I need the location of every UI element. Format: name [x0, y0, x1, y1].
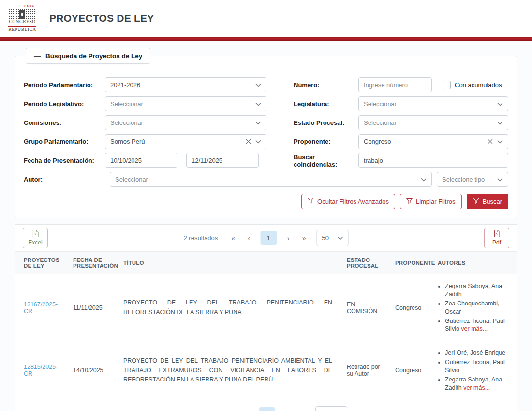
titulo-cell: PROYECTO DE LEY DEL TRABAJO PENITENCIARI… [123, 356, 339, 384]
ocultar-filtros-button[interactable]: Ocultar Filtros Avanzados [301, 194, 395, 209]
table-header-row: PROYECTOS DE LEY FECHA DE PRESENTACIÓN T… [15, 252, 517, 274]
con-acumulados-checkbox[interactable]: Con acumulados [443, 81, 502, 89]
comisiones-label: Comisiones: [24, 119, 105, 126]
buscar-button[interactable]: Buscar [467, 194, 508, 209]
header-fecha: FECHA DE PRESENTACIÓN [69, 252, 119, 274]
autor-tipo-select[interactable]: Seleccione tipo [437, 172, 508, 187]
logo-line2: REPÚBLICA [8, 26, 36, 32]
autor-item: Zegarra Saboya, Ana Zadith [445, 282, 510, 299]
autor-item: Gutiérrez Ticona, Paul Silvio ver más... [445, 317, 510, 334]
autor-item: Zegarra Saboya, Ana Zadith ver más... [445, 376, 510, 392]
next-page-button[interactable]: › [285, 233, 292, 243]
svg-text:x: x [34, 232, 36, 236]
first-page-button[interactable]: « [228, 410, 236, 411]
funnel-clear-icon [406, 198, 413, 205]
results-toolbar: x Excel 2 resultados « ‹ 1 › » 50 p Pdf [15, 225, 517, 252]
titulo-cell: PROYECTO DE LEY DEL TRABAJO PENITENCIARI… [123, 298, 339, 317]
header-autores: AUTORES [434, 252, 517, 274]
ver-mas-link[interactable]: ver más... [461, 325, 488, 332]
estado-procesal-select[interactable]: Seleccionar [358, 115, 508, 130]
autor-select[interactable]: Seleccionar [110, 172, 432, 187]
congress-logo: PERÚ CONGRESO REPÚBLICA [7, 4, 38, 32]
limpiar-filtros-button[interactable]: Limpiar Filtros [400, 194, 462, 209]
proyecto-link[interactable]: 12815/2025-CR [24, 364, 58, 377]
grupo-parlamentario-label: Grupo Parlamentario: [24, 138, 105, 145]
buscar-coincidencias-label: Buscar coincidencias: [294, 153, 358, 168]
clear-icon[interactable] [246, 139, 251, 144]
fecha-cell: 14/10/2025 [69, 341, 119, 400]
chevron-down-icon [497, 102, 503, 106]
funnel-icon [308, 198, 314, 205]
checkbox-icon[interactable] [443, 81, 451, 89]
search-panel-title: Búsqueda de Proyectos de Ley [45, 52, 142, 60]
pagination-bottom: 2 resultados « ‹ 1 › » 50 [15, 400, 517, 411]
periodo-parlamentario-label: Periodo Parlamentario: [24, 81, 105, 89]
last-page-button[interactable]: » [300, 233, 308, 243]
current-page-button[interactable]: 1 [261, 231, 277, 245]
autor-label: Autor: [24, 176, 105, 183]
numero-label: Número: [294, 81, 358, 89]
funnel-icon [473, 198, 479, 205]
periodo-parlamentario-select[interactable]: 2021-2026 [105, 77, 266, 92]
results-panel: x Excel 2 resultados « ‹ 1 › » 50 p Pdf [15, 224, 517, 411]
app-header: PERÚ CONGRESO REPÚBLICA PROYECTOS DE LEY [0, 0, 532, 37]
fecha-presentacion-label: Fecha de Presentación: [24, 157, 105, 164]
numero-input[interactable] [358, 77, 432, 92]
con-acumulados-label: Con acumulados [455, 81, 502, 89]
estado-cell: EN COMISIÓN [343, 274, 391, 341]
autores-list: Jerí Oré, José Enrique Gutiérrez Ticona,… [438, 349, 510, 392]
fecha-hasta-input[interactable] [186, 153, 259, 168]
collapse-icon: — [34, 54, 41, 59]
last-page-button[interactable]: » [299, 410, 307, 411]
chevron-down-icon [255, 121, 261, 125]
logo-line1: CONGRESO [7, 20, 38, 25]
estado-procesal-label: Estado Procesal: [294, 119, 358, 126]
proponente-select[interactable]: Congreso [358, 134, 508, 149]
proponente-cell: Congreso [391, 274, 434, 341]
chevron-down-icon [338, 236, 343, 240]
pagination-top: 2 resultados « ‹ 1 › » 50 [184, 230, 349, 246]
prev-page-button[interactable]: ‹ [244, 410, 251, 411]
first-page-button[interactable]: « [229, 233, 237, 243]
fecha-desde-input[interactable] [105, 153, 177, 168]
periodo-legislativo-select[interactable]: Seleccionar [105, 96, 266, 111]
chevron-down-icon [497, 178, 503, 182]
svg-text:p: p [495, 232, 497, 236]
table-row: 12815/2025-CR 14/10/2025 PROYECTO DE LEY… [15, 341, 517, 400]
header-proyectos: PROYECTOS DE LEY [15, 252, 69, 274]
prev-page-button[interactable]: ‹ [246, 233, 252, 243]
results-count: 2 resultados [184, 234, 218, 242]
grupo-parlamentario-select[interactable]: Somos Perú [105, 134, 266, 149]
search-panel-toggle[interactable]: — Búsqueda de Proyectos de Ley [26, 48, 150, 64]
search-panel: — Búsqueda de Proyectos de Ley Periodo P… [15, 56, 517, 218]
fecha-cell: 11/11/2025 [69, 274, 119, 341]
chevron-down-icon [421, 178, 427, 182]
clear-icon[interactable] [488, 139, 493, 144]
estado-cell: Retirado por su Autor [343, 341, 391, 400]
file-pdf-icon: p [494, 230, 500, 239]
proyecto-link[interactable]: 13167/2025-CR [24, 301, 58, 315]
chevron-down-icon [255, 102, 261, 106]
autor-item: Gutiérrez Ticona, Paul Silvio [445, 358, 510, 375]
page-size-select[interactable]: 50 [315, 406, 347, 411]
ver-mas-link[interactable]: ver más... [463, 384, 490, 391]
chevron-down-icon [497, 121, 503, 125]
header-proponente: PROPONENTE [391, 252, 434, 274]
buscar-coincidencias-input[interactable] [358, 153, 508, 168]
next-page-button[interactable]: › [284, 410, 290, 411]
logo-country-label: PERÚ [7, 4, 38, 8]
chevron-down-icon [255, 83, 261, 87]
current-page-button[interactable]: 1 [259, 407, 275, 411]
legislatura-select[interactable]: Seleccionar [358, 96, 508, 111]
proponente-cell: Congreso [391, 341, 434, 400]
page-title: PROYECTOS DE LEY [49, 13, 154, 24]
autor-item: Zea Choquechambi, Oscar [445, 300, 510, 316]
comisiones-select[interactable]: Seleccionar [105, 115, 266, 130]
page-size-select[interactable]: 50 [317, 230, 349, 246]
accent-divider [0, 37, 532, 41]
export-pdf-button[interactable]: p Pdf [484, 228, 509, 248]
header-estado: ESTADO PROCESAL [343, 252, 391, 274]
export-excel-button[interactable]: x Excel [23, 228, 48, 248]
legislatura-label: Legislatura: [294, 100, 358, 107]
results-table: PROYECTOS DE LEY FECHA DE PRESENTACIÓN T… [15, 252, 517, 400]
